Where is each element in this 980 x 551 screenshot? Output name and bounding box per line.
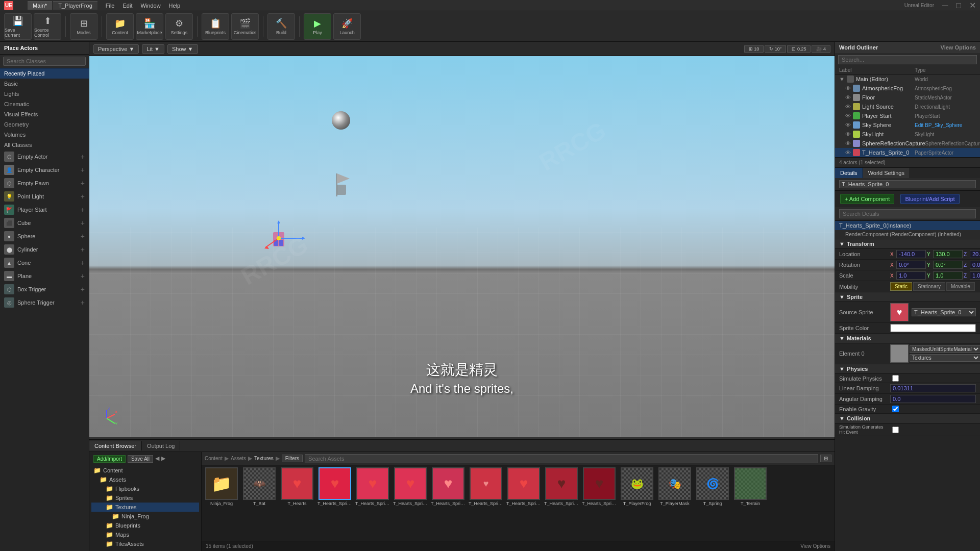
sphere-trigger-add[interactable]: + [81,298,85,307]
materials-section-header[interactable]: ▼ Materials [835,334,980,343]
sphere-add[interactable]: + [81,232,85,240]
category-cinematic[interactable]: Cinematic [0,99,89,109]
tree-maps[interactable]: 📁 Maps [91,530,199,539]
actor-item-box-trigger[interactable]: ⬡ Box Trigger + [0,283,89,296]
add-component-button[interactable]: + Add Component [840,194,894,204]
modes-button[interactable]: ⊞ Modes [70,13,97,40]
cinematics-button[interactable]: 🎬 Cinematics [231,13,259,40]
tab-main[interactable]: Main* [28,1,52,10]
point-light-add[interactable]: + [81,192,85,201]
viewport[interactable]: 这就是精灵 And it's the sprites, X Y Z RRCG R… [89,56,835,437]
loc-x-input[interactable] [896,250,926,258]
empty-character-add[interactable]: + [81,166,85,174]
scale-z-input[interactable] [970,271,980,280]
build-button[interactable]: 🔨 Build [267,13,295,40]
tree-assets[interactable]: 📁 Assets [91,475,199,484]
category-geometry[interactable]: Geometry [0,119,89,130]
scale-x-input[interactable] [896,271,926,280]
linear-damping-input[interactable] [890,384,976,392]
lit-dropdown[interactable]: Lit ▼ [142,44,164,54]
component-render[interactable]: RenderComponent (RenderComponent) (Inher… [835,230,980,239]
asset-t-hearts-sprite-0[interactable]: ♥ T_Hearts_Sprite_0 [317,467,353,506]
outliner-player-start[interactable]: 👁 Player Start PlayerStart [835,111,980,120]
textures-select[interactable]: Textures [910,354,980,362]
tree-ninja-frog[interactable]: 📁 Ninja_Frog [91,512,199,521]
outliner-light-source[interactable]: 👁 Light Source DirectionalLight [835,102,980,111]
rot-y-input[interactable] [933,261,963,269]
actor-item-point-light[interactable]: 💡 Point Light + [0,190,89,203]
breadcrumb-textures[interactable]: Textures [254,456,274,461]
player-start-add[interactable]: + [81,206,85,214]
asset-ninja-frog-folder[interactable]: 📁 Ninja_Frog [204,467,239,506]
actor-item-sphere[interactable]: ● Sphere + [0,230,89,243]
search-details-input[interactable] [839,209,976,218]
camera-speed-btn[interactable]: 🎥 4 [812,45,830,53]
outliner-main-editor[interactable]: ▼ Main (Editor) World [835,74,980,84]
save-current-button[interactable]: 💾 Save Current [4,13,32,40]
outliner-atmospheric-fog[interactable]: 👁 AtmosphericFog AtmosphericFog [835,84,980,93]
enable-gravity-checkbox[interactable] [892,406,899,412]
angular-damping-input[interactable] [890,395,976,403]
outliner-floor[interactable]: 👁 Floor StaticMeshActor [835,93,980,102]
asset-t-hearts-sprite-2[interactable]: ♥ T_Hearts_Sprite_2 [393,467,428,506]
filter-button[interactable]: Filters [282,455,303,462]
category-recently-placed[interactable]: Recently Placed [0,68,89,79]
actor-item-player-start[interactable]: 🚩 Player Start + [0,203,89,216]
marketplace-button[interactable]: 🏪 Marketplace [136,13,163,40]
mobility-static-btn[interactable]: Static [890,282,912,291]
plane-add[interactable]: + [81,272,85,280]
asset-t-player-frog[interactable]: 🐸 T_PlayerFrog [619,467,655,506]
tab-player-frog[interactable]: T_PlayerFrog [53,1,97,10]
cylinder-add[interactable]: + [81,245,85,254]
sprite-section-header[interactable]: ▼ Sprite [835,292,980,302]
breadcrumb-content[interactable]: Content [205,456,223,461]
category-volumes[interactable]: Volumes [0,130,89,140]
back-btn[interactable]: ◀ [155,455,159,463]
category-all-classes[interactable]: All Classes [0,140,89,150]
category-basic[interactable]: Basic [0,79,89,89]
cube-add[interactable]: + [81,219,85,227]
tree-blueprints[interactable]: 📁 Blueprints [91,521,199,530]
blueprint-add-script-button[interactable]: Blueprint/Add Script [900,194,959,204]
asset-t-hearts[interactable]: ♥ T_Hearts [279,467,315,506]
perspective-dropdown[interactable]: Perspective ▼ [93,44,139,54]
sim-hit-checkbox[interactable] [892,427,899,433]
asset-t-spring[interactable]: 🌀 T_Spring [695,467,730,506]
outliner-sphere-reflection[interactable]: 👁 SphereReflectionCapture SphereReflecti… [835,139,980,148]
box-trigger-add[interactable]: + [81,285,85,293]
category-lights[interactable]: Lights [0,89,89,99]
settings-button[interactable]: ⚙ Settings [165,13,193,40]
outliner-sky-sphere[interactable]: 👁 Sky Sphere Edit BP_Sky_Sphere [835,120,980,130]
asset-t-terrain[interactable]: T_Terrain [732,467,768,506]
component-name-input[interactable] [839,180,976,188]
tree-tiles[interactable]: 📁 TilesAssets [91,539,199,548]
source-control-button[interactable]: ⬆ Source Control [34,13,61,40]
tree-textures[interactable]: 📁 Textures [91,503,199,512]
menu-help[interactable]: Help [169,3,181,9]
empty-pawn-add[interactable]: + [81,179,85,187]
actor-item-empty-character[interactable]: 👤 Empty Character + [0,163,89,177]
forward-btn[interactable]: ▶ [161,455,165,463]
loc-z-input[interactable] [970,250,980,258]
actor-item-empty-actor[interactable]: ⬡ Empty Actor + [0,150,89,163]
rot-x-input[interactable] [896,261,926,269]
asset-t-hearts-sprite-7[interactable]: ♥ T_Hearts_Sprite_7 [581,467,617,506]
source-sprite-select[interactable]: T_Hearts_Sprite_0 [912,308,976,316]
menu-file[interactable]: File [106,3,115,9]
scale-snap-btn[interactable]: ⊡ 0.25 [787,45,811,53]
outliner-sky-light[interactable]: 👁 SkyLight SkyLight [835,130,980,139]
asset-t-hearts-sprite-5[interactable]: ♥ T_Hearts_Sprite_5 [506,467,542,506]
asset-search-input[interactable] [305,454,818,463]
blueprints-button[interactable]: 📋 Blueprints [202,13,229,40]
search-input[interactable] [3,57,86,66]
physics-section-header[interactable]: ▼ Physics [835,364,980,374]
show-dropdown[interactable]: Show ▼ [167,44,198,54]
asset-t-hearts-sprite-6[interactable]: ♥ T_Hearts_Sprite_6 [544,467,579,506]
grid-snap-btn[interactable]: ⊞ 10 [744,45,764,53]
scale-y-input[interactable] [933,271,963,280]
view-options-btn[interactable]: ⊟ [820,455,831,462]
actor-item-cube[interactable]: ⬛ Cube + [0,216,89,230]
collision-section-header[interactable]: ▼ Collision [835,414,980,423]
mobility-stationary-btn[interactable]: Stationary [913,282,945,291]
tree-sprites[interactable]: 📁 Sprites [91,493,199,503]
